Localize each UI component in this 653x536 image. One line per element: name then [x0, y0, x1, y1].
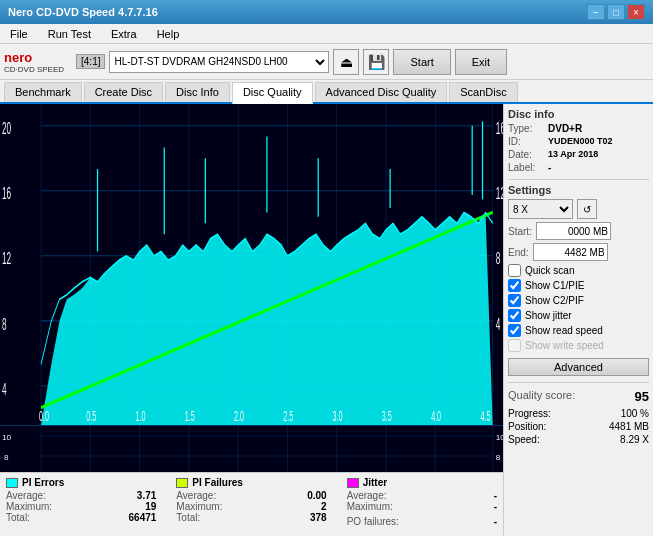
tab-benchmark[interactable]: Benchmark	[4, 82, 82, 102]
show-write-speed-checkbox[interactable]	[508, 339, 521, 352]
tab-scandisc[interactable]: ScanDisc	[449, 82, 517, 102]
maximize-button[interactable]: □	[607, 4, 625, 20]
show-jitter-label: Show jitter	[525, 310, 572, 321]
speed-row: Speed: 8.29 X	[508, 434, 649, 445]
show-jitter-checkbox[interactable]	[508, 309, 521, 322]
pi-errors-max-label: Maximum:	[6, 501, 52, 512]
show-write-speed-row: Show write speed	[508, 339, 649, 352]
svg-text:8: 8	[4, 453, 9, 462]
menu-run-test[interactable]: Run Test	[42, 27, 97, 41]
window-controls[interactable]: − □ ×	[587, 4, 645, 20]
pi-failures-color	[176, 478, 188, 488]
start-button[interactable]: Start	[393, 49, 450, 75]
start-label: Start:	[508, 226, 532, 237]
pi-errors-color	[6, 478, 18, 488]
disc-type-label: Type:	[508, 123, 548, 134]
drive-selector: [4:1] HL-DT-ST DVDRAM GH24NSD0 LH00	[76, 51, 329, 73]
quality-score-value: 95	[635, 389, 649, 404]
disc-id-row: ID: YUDEN000 T02	[508, 136, 649, 147]
position-value: 4481 MB	[609, 421, 649, 432]
refresh-button[interactable]: ↺	[577, 199, 597, 219]
svg-text:0.5: 0.5	[86, 407, 96, 425]
pi-errors-avg-label: Average:	[6, 490, 46, 501]
position-row: Position: 4481 MB	[508, 421, 649, 432]
svg-text:2.5: 2.5	[283, 407, 293, 425]
start-mb-input[interactable]	[536, 222, 611, 240]
legend-pi-failures: PI Failures Average: 0.00 Maximum: 2 Tot…	[176, 477, 326, 532]
progress-row: Progress: 100 %	[508, 408, 649, 419]
jitter-color	[347, 478, 359, 488]
pi-errors-avg-value: 3.71	[137, 490, 156, 501]
toolbar: nero CD·DVD SPEED [4:1] HL-DT-ST DVDRAM …	[0, 44, 653, 80]
svg-text:8: 8	[2, 314, 7, 333]
tab-advanced-disc-quality[interactable]: Advanced Disc Quality	[315, 82, 448, 102]
eject-icon-button[interactable]: ⏏	[333, 49, 359, 75]
disc-type-value: DVD+R	[548, 123, 582, 134]
svg-text:0.0: 0.0	[39, 407, 49, 425]
speed-value: 8.29 X	[620, 434, 649, 445]
pi-failures-title: PI Failures	[192, 477, 243, 488]
drive-label: [4:1]	[76, 54, 105, 69]
logo-sub: CD·DVD SPEED	[4, 65, 64, 74]
tab-disc-quality[interactable]: Disc Quality	[232, 82, 313, 104]
save-icon-button[interactable]: 💾	[363, 49, 389, 75]
svg-text:4.5: 4.5	[480, 407, 490, 425]
jitter-avg-label: Average:	[347, 490, 387, 501]
show-c2pif-label: Show C2/PIF	[525, 295, 584, 306]
divider-1	[508, 179, 649, 180]
show-read-speed-row: Show read speed	[508, 324, 649, 337]
disc-date-row: Date: 13 Apr 2018	[508, 149, 649, 160]
end-mb-input[interactable]	[533, 243, 608, 261]
svg-text:8: 8	[496, 249, 501, 268]
menu-help[interactable]: Help	[151, 27, 186, 41]
show-c2pif-checkbox[interactable]	[508, 294, 521, 307]
disc-label-row: Label: -	[508, 162, 649, 173]
logo-text: nero	[4, 50, 64, 65]
position-label: Position:	[508, 421, 546, 432]
po-failures-value: -	[494, 516, 497, 527]
show-write-speed-label: Show write speed	[525, 340, 604, 351]
settings-section: Settings 8 X ↺ Start: End: Quick scan	[508, 184, 649, 376]
pi-errors-total-value: 66471	[129, 512, 157, 523]
show-jitter-row: Show jitter	[508, 309, 649, 322]
disc-id-label: ID:	[508, 136, 548, 147]
disc-date-label: Date:	[508, 149, 548, 160]
pi-failures-total-value: 378	[310, 512, 327, 523]
quick-scan-label: Quick scan	[525, 265, 574, 276]
svg-text:4: 4	[2, 379, 7, 398]
tab-create-disc[interactable]: Create Disc	[84, 82, 163, 102]
minimize-button[interactable]: −	[587, 4, 605, 20]
jitter-avg-value: -	[494, 490, 497, 501]
tab-disc-info[interactable]: Disc Info	[165, 82, 230, 102]
svg-text:16: 16	[496, 119, 503, 138]
chart-area: 20 16 12 8 4 16 12 8 4 0.0 0.5 1.0 1.5 2…	[0, 104, 503, 536]
legend-pi-errors: PI Errors Average: 3.71 Maximum: 19 Tota…	[6, 477, 156, 532]
quick-scan-row: Quick scan	[508, 264, 649, 277]
disc-label-label: Label:	[508, 162, 548, 173]
divider-2	[508, 382, 649, 383]
close-button[interactable]: ×	[627, 4, 645, 20]
show-read-speed-label: Show read speed	[525, 325, 603, 336]
po-failures-label: PO failures:	[347, 516, 399, 527]
show-c1pie-checkbox[interactable]	[508, 279, 521, 292]
menu-extra[interactable]: Extra	[105, 27, 143, 41]
exit-button[interactable]: Exit	[455, 49, 507, 75]
disc-label-value: -	[548, 162, 551, 173]
svg-text:12: 12	[2, 249, 11, 268]
quick-scan-checkbox[interactable]	[508, 264, 521, 277]
svg-text:4.0: 4.0	[431, 407, 441, 425]
title-bar: Nero CD-DVD Speed 4.7.7.16 − □ ×	[0, 0, 653, 24]
pi-failures-avg-value: 0.00	[307, 490, 326, 501]
advanced-button[interactable]: Advanced	[508, 358, 649, 376]
svg-text:3.5: 3.5	[382, 407, 392, 425]
speed-combo[interactable]: 8 X	[508, 199, 573, 219]
end-label: End:	[508, 247, 529, 258]
menu-file[interactable]: File	[4, 27, 34, 41]
pi-errors-title: PI Errors	[22, 477, 64, 488]
show-c1pie-label: Show C1/PIE	[525, 280, 584, 291]
svg-text:16: 16	[2, 184, 11, 203]
drive-combo[interactable]: HL-DT-ST DVDRAM GH24NSD0 LH00	[109, 51, 329, 73]
show-read-speed-checkbox[interactable]	[508, 324, 521, 337]
progress-section: Progress: 100 % Position: 4481 MB Speed:…	[508, 408, 649, 445]
tab-bar: Benchmark Create Disc Disc Info Disc Qua…	[0, 80, 653, 104]
